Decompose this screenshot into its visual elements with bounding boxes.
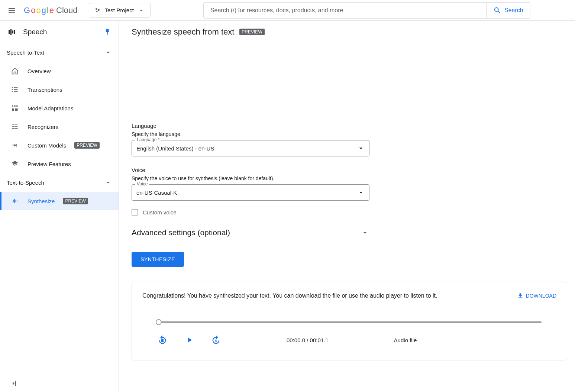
waveform-icon bbox=[10, 197, 19, 205]
sidebar-item-preview-features[interactable]: Preview Features bbox=[0, 155, 119, 173]
project-name: Test Project bbox=[105, 7, 134, 13]
svg-point-0 bbox=[96, 8, 97, 10]
svg-rect-29 bbox=[17, 200, 17, 201]
svg-rect-16 bbox=[12, 108, 14, 111]
svg-rect-19 bbox=[15, 124, 18, 125]
preview-badge: PREVIEW bbox=[63, 198, 88, 204]
chevron-up-icon bbox=[104, 179, 112, 186]
collapse-icon bbox=[9, 379, 18, 388]
svg-rect-9 bbox=[12, 89, 13, 90]
play-icon bbox=[185, 336, 194, 344]
svg-rect-28 bbox=[16, 200, 16, 203]
svg-rect-8 bbox=[14, 87, 18, 88]
search-icon bbox=[493, 6, 501, 14]
language-desc: Specify the language. bbox=[132, 131, 562, 137]
gcp-logo[interactable]: Google Cloud bbox=[24, 6, 78, 15]
custom-voice-checkbox[interactable] bbox=[132, 209, 138, 216]
advanced-settings-toggle[interactable]: Advanced settings (optional) bbox=[132, 228, 369, 237]
svg-rect-4 bbox=[10, 29, 12, 35]
search-button[interactable]: Search bbox=[486, 3, 530, 18]
project-picker[interactable]: Test Project bbox=[89, 3, 151, 18]
audio-time: 00:00.0 / 00:01.1 bbox=[287, 337, 329, 343]
dropdown-icon bbox=[357, 145, 365, 152]
sidebar-item-overview[interactable]: Overview bbox=[0, 62, 119, 80]
nav-menu-button[interactable] bbox=[4, 3, 19, 18]
page-header: Synthesize speech from text PREVIEW bbox=[119, 21, 575, 43]
global-header: Google Cloud Test Project Search bbox=[0, 0, 575, 21]
svg-rect-20 bbox=[12, 126, 15, 127]
download-button[interactable]: DOWNLOAD bbox=[517, 292, 556, 299]
search-bar: Search bbox=[203, 2, 530, 19]
svg-rect-7 bbox=[12, 87, 13, 88]
broadcast-icon bbox=[10, 141, 19, 150]
svg-rect-22 bbox=[12, 128, 15, 129]
svg-text:5: 5 bbox=[161, 339, 163, 343]
svg-rect-21 bbox=[15, 126, 18, 127]
sidebar-product-header: Speech bbox=[0, 21, 119, 43]
project-icon bbox=[94, 7, 101, 14]
custom-voice-label: Custom voice bbox=[143, 209, 177, 216]
sidebar-item-synthesize[interactable]: Synthesize PREVIEW bbox=[0, 192, 119, 210]
speech-product-icon bbox=[7, 27, 16, 36]
sidebar-section-stt[interactable]: Speech-to-Text bbox=[0, 43, 119, 62]
replay-icon: 5 bbox=[157, 335, 168, 345]
chevron-down-icon bbox=[361, 228, 369, 237]
voice-desc: Specify the voice to use for synthesis (… bbox=[132, 175, 562, 181]
svg-point-2 bbox=[96, 11, 97, 12]
language-value: English (United States) - en-US bbox=[136, 145, 214, 152]
page-preview-badge: PREVIEW bbox=[239, 29, 264, 35]
language-select[interactable]: Language * English (United States) - en-… bbox=[132, 140, 369, 156]
forward-5-button[interactable]: 5 bbox=[211, 335, 221, 345]
svg-rect-15 bbox=[16, 106, 17, 107]
sidebar-collapse-button[interactable] bbox=[9, 379, 18, 389]
sidebar-item-custom-models[interactable]: Custom Models PREVIEW bbox=[0, 136, 119, 155]
divider bbox=[493, 43, 493, 117]
page-title: Synthesize speech from text bbox=[132, 27, 234, 37]
preview-badge: PREVIEW bbox=[74, 142, 99, 149]
sidebar-product-title: Speech bbox=[23, 28, 97, 36]
svg-rect-13 bbox=[12, 106, 13, 107]
sidebar-section-tts[interactable]: Text-to-Speech bbox=[0, 173, 119, 192]
replay-5-button[interactable]: 5 bbox=[157, 335, 168, 345]
svg-rect-14 bbox=[14, 106, 15, 107]
sidebar-item-model-adaptations[interactable]: Model Adaptations bbox=[0, 99, 119, 117]
result-message: Congratulations! You have synthesized yo… bbox=[142, 292, 437, 299]
grid-icon bbox=[10, 104, 19, 113]
svg-point-1 bbox=[97, 9, 99, 10]
audio-player: 5 5 00:00.0 / 00:01.1 Audio file bbox=[142, 321, 556, 345]
list-icon bbox=[10, 85, 19, 94]
audio-seek-slider[interactable] bbox=[157, 321, 542, 323]
search-input[interactable] bbox=[204, 3, 486, 18]
home-icon bbox=[10, 67, 19, 75]
svg-rect-6 bbox=[14, 30, 15, 34]
forward-icon: 5 bbox=[211, 335, 221, 345]
svg-rect-3 bbox=[9, 30, 10, 34]
download-icon bbox=[517, 292, 524, 299]
play-button[interactable] bbox=[185, 336, 194, 344]
slider-thumb[interactable] bbox=[156, 319, 162, 325]
svg-rect-23 bbox=[15, 128, 18, 129]
dropdown-icon bbox=[138, 7, 145, 14]
svg-rect-10 bbox=[14, 89, 18, 90]
pin-icon[interactable] bbox=[104, 28, 111, 36]
sidebar-item-transcriptions[interactable]: Transcriptions bbox=[0, 80, 119, 99]
svg-rect-12 bbox=[14, 91, 18, 92]
voice-select[interactable]: Voice en-US-Casual-K bbox=[132, 184, 369, 201]
svg-rect-5 bbox=[12, 30, 13, 33]
synthesize-button[interactable]: SYNTHESIZE bbox=[132, 252, 184, 267]
layers-icon bbox=[10, 159, 19, 168]
svg-rect-11 bbox=[12, 91, 13, 92]
svg-rect-25 bbox=[12, 201, 13, 201]
voice-value: en-US-Casual-K bbox=[136, 189, 177, 196]
dropdown-icon bbox=[357, 189, 365, 196]
sidebar-item-recognizers[interactable]: Recognizers bbox=[0, 117, 119, 136]
sidebar: Speech Speech-to-Text Overview Transcrip… bbox=[0, 21, 119, 392]
svg-rect-17 bbox=[15, 108, 18, 111]
main-content: Synthesize speech from text PREVIEW Lang… bbox=[119, 21, 575, 392]
svg-rect-26 bbox=[13, 200, 14, 203]
audio-file-label: Audio file bbox=[394, 337, 417, 343]
svg-rect-27 bbox=[14, 199, 15, 203]
hamburger-icon bbox=[7, 6, 16, 15]
voice-label: Voice bbox=[132, 167, 562, 173]
custom-voice-checkbox-row: Custom voice bbox=[132, 209, 562, 216]
